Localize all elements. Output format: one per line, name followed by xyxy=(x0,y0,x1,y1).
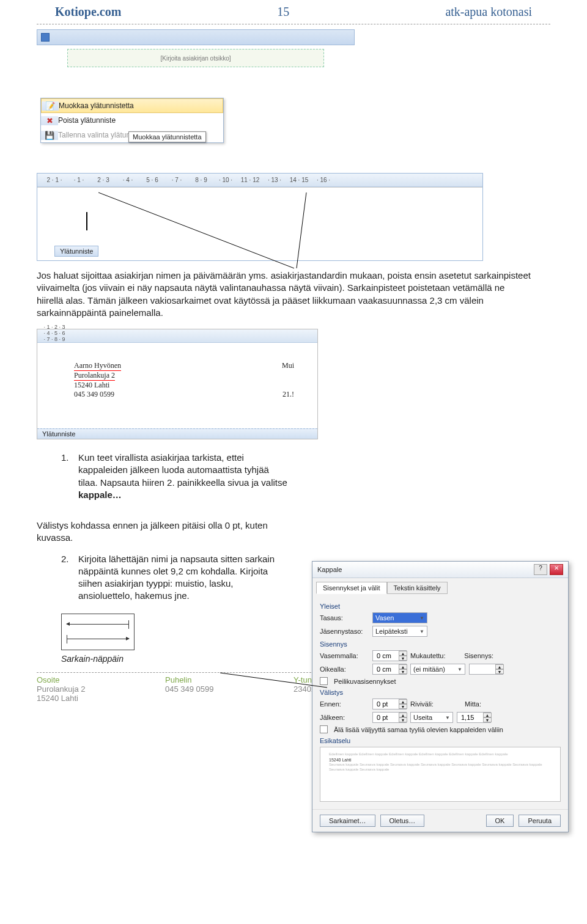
svg-line-1 xyxy=(297,193,306,268)
screenshot-ruler: 2 · 1 · · 1 · 2 · 3 · 4 · 5 · 6 · 7 · 8 … xyxy=(37,173,483,261)
save-icon: 💾 xyxy=(41,131,58,140)
numbered-list: 1. Kun teet virallista asiakirjaa tarkis… xyxy=(61,452,287,501)
page-header: Kotiope.com 15 atk-apua kotonasi xyxy=(0,0,587,21)
ruler-small: · 1 · 2 · 3 · 4 · 5 · 6 · 7 · 8 · 9 · xyxy=(37,329,317,343)
dialog-body: Yleiset Tasaus: Vasen▼ Jäsennystaso: Lei… xyxy=(312,594,568,708)
close-button[interactable]: ✕ xyxy=(550,564,563,575)
ruler-tick: · 16 · xyxy=(311,177,336,183)
dialog-tabs: Sisennykset ja välit Tekstin käsittely xyxy=(312,578,568,594)
sender-street: Purolankuja 2 xyxy=(74,371,115,381)
ruler-tick: · 7 · xyxy=(164,177,189,183)
ruler-tick: 2 · 3 xyxy=(91,177,116,183)
col2-a: Mui xyxy=(282,361,294,371)
sender-city: 15240 Lahti xyxy=(74,381,305,390)
menu-remove-label: Poista ylätunniste xyxy=(58,116,116,125)
between-paragraph: Välistys kohdassa ennen ja jälkeen pitäi… xyxy=(37,519,294,544)
word-titlebar xyxy=(37,29,355,45)
checkbox-mirror[interactable] xyxy=(320,677,328,685)
tab-indents[interactable]: Sisennykset ja välit xyxy=(316,582,387,594)
group-spacing: Välistys xyxy=(320,689,561,696)
combo-align[interactable]: Vasen▼ xyxy=(372,612,427,623)
footer-a1: Purolankuja 2 xyxy=(37,684,165,694)
footer-h1: Osoite xyxy=(37,675,165,684)
ruler: 2 · 1 · · 1 · 2 · 3 · 4 · 5 · 6 · 7 · 8 … xyxy=(37,174,482,187)
delete-icon: ✖ xyxy=(41,116,58,125)
help-button[interactable]: ? xyxy=(534,564,547,575)
dialog-title: Kappale xyxy=(317,566,342,573)
label-special: Mukautettu: xyxy=(410,652,453,659)
page-number: 15 xyxy=(277,5,289,19)
list-num-1: 1. xyxy=(61,452,72,501)
label-align: Tasaus: xyxy=(320,614,369,622)
group-indent: Sisennys xyxy=(320,640,561,648)
ruler-tick: 5 · 6 xyxy=(140,177,164,183)
footer-h2: Puhelin xyxy=(165,675,294,684)
ruler-tick: 8 · 9 xyxy=(189,177,213,183)
slogan: atk-apua kotonasi xyxy=(445,5,532,19)
page-area: Ylätunniste xyxy=(37,187,482,260)
cursor xyxy=(86,212,87,230)
spin-left[interactable]: ▲▼ xyxy=(372,650,407,661)
footer-a2: 045 349 0599 xyxy=(165,684,294,694)
header-separator xyxy=(37,24,550,24)
spin-by[interactable]: ▲▼ xyxy=(469,664,503,675)
edit-icon: 📝 xyxy=(42,101,59,111)
ruler-tick: 14 · 15 xyxy=(287,177,311,183)
list-item-2: Kirjoita lähettäjän nimi ja napsauta sit… xyxy=(78,553,287,603)
combo-outline[interactable]: Leipäteksti▼ xyxy=(372,626,427,637)
menu-edit-label: Muokkaa ylätunnistetta xyxy=(59,101,134,110)
list-item-1: Kun teet virallista asiakirjaa tarkista,… xyxy=(78,452,287,501)
header-tab-2: Ylätunniste xyxy=(37,428,317,439)
menu-edit-header[interactable]: 📝 Muokkaa ylätunnistetta xyxy=(41,98,223,113)
footer-b1: 15240 Lahti xyxy=(37,694,165,703)
header-tab: Ylätunniste xyxy=(54,246,98,257)
pointer-lines xyxy=(37,188,484,273)
tooltip: Muokkaa ylätunnistetta xyxy=(128,131,206,142)
ruler-tick: 2 · 1 · xyxy=(42,177,67,183)
ruler-tick: · 10 · xyxy=(213,177,238,183)
col2-b: 21.! xyxy=(282,390,294,399)
label-linespace: Riviväli: xyxy=(410,700,447,708)
ruler-tick: 11 · 12 xyxy=(238,177,262,183)
paragraph-1: Jos haluat sijoittaa asiakirjan nimen ja… xyxy=(37,270,532,319)
label-left: Vasemmalla: xyxy=(320,652,369,659)
label-right: Oikealla: xyxy=(320,666,369,673)
spin-before[interactable]: ▲▼ xyxy=(372,698,407,708)
screenshot-context-menu: [Kirjoita asiakirjan otsikko] 📝 Muokkaa … xyxy=(37,29,355,155)
label-before: Ennen: xyxy=(320,700,369,708)
ruler-tick: · 1 · xyxy=(67,177,91,183)
numbered-list-2: 2. Kirjoita lähettäjän nimi ja napsauta … xyxy=(61,553,287,603)
group-general: Yleiset xyxy=(320,603,561,610)
tabkey-illustration xyxy=(61,614,135,650)
menu-remove-header[interactable]: ✖ Poista ylätunniste xyxy=(41,113,223,128)
header-placeholder: [Kirjoita asiakirjan otsikko] xyxy=(67,49,324,67)
brand: Kotiope.com xyxy=(55,5,121,19)
svg-line-0 xyxy=(98,193,294,268)
doc-body: Aarno Hyvönen Mui Purolankuja 2 15240 La… xyxy=(37,343,317,428)
label-mirror: Peilikuvasisennykset xyxy=(334,678,396,685)
dialog-titlebar: Kappale ? ✕ xyxy=(312,562,568,578)
ruler-tick: · 4 · xyxy=(116,177,140,183)
doc-icon xyxy=(41,33,50,42)
list-num-2: 2. xyxy=(61,553,72,603)
screenshot-document: · 1 · 2 · 3 · 4 · 5 · 6 · 7 · 8 · 9 · Aa… xyxy=(37,329,318,439)
combo-special[interactable]: (ei mitään)▼ xyxy=(410,664,465,675)
sender-phone: 045 349 0599 xyxy=(74,390,114,399)
label-by: Sisennys: xyxy=(457,652,493,659)
ruler-tick: · 13 · xyxy=(262,177,287,183)
label-outline: Jäsennystaso: xyxy=(320,628,369,635)
spin-right[interactable]: ▲▼ xyxy=(372,664,407,675)
sender-name: Aarno Hyvönen xyxy=(74,361,121,371)
tab-textflow[interactable]: Tekstin käsittely xyxy=(387,582,448,594)
paragraph-dialog: Kappale ? ✕ Sisennykset ja välit Tekstin… xyxy=(312,561,569,708)
label-at: Mitta: xyxy=(451,700,481,708)
